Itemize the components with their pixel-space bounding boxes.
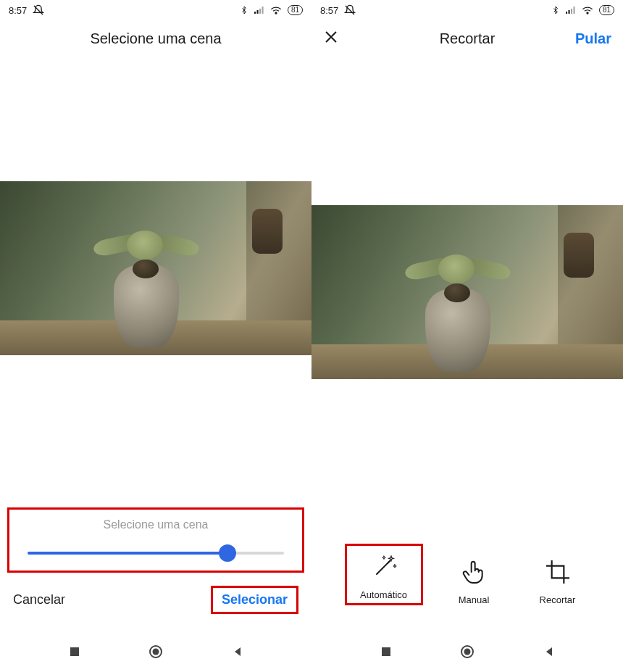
slider-thumb[interactable]	[219, 544, 236, 562]
scene-slider-highlight: Selecione uma cena	[7, 507, 304, 573]
svg-point-21	[464, 649, 471, 655]
system-nav-bar	[0, 634, 312, 672]
svg-point-5	[275, 12, 277, 14]
battery-icon: 81	[599, 5, 614, 15]
svg-point-8	[153, 649, 159, 655]
battery-icon: 81	[288, 5, 303, 15]
status-bar: 8:57 81	[312, 0, 623, 20]
cancel-button[interactable]: Cancelar	[13, 592, 65, 607]
slider-label: Selecione uma cena	[28, 518, 284, 531]
crop-icon	[543, 557, 573, 587]
bluetooth-icon	[240, 5, 248, 15]
svg-rect-10	[566, 12, 567, 14]
tool-label: Recortar	[540, 594, 576, 605]
wifi-icon	[270, 6, 282, 14]
recents-icon[interactable]	[69, 646, 80, 660]
svg-rect-6	[70, 647, 79, 656]
back-icon[interactable]	[543, 646, 555, 660]
magic-wand-icon	[369, 552, 399, 582]
bluetooth-icon	[551, 5, 560, 15]
system-nav-bar	[312, 634, 623, 672]
home-icon[interactable]	[460, 644, 474, 662]
crop-tool[interactable]: Recortar	[525, 557, 590, 605]
svg-rect-19	[382, 647, 390, 656]
tool-label: Manual	[459, 594, 490, 605]
tool-label: Automático	[360, 589, 407, 600]
status-bar: 8:57 81	[0, 0, 312, 20]
scene-preview[interactable]	[0, 181, 312, 355]
svg-rect-1	[254, 12, 256, 14]
auto-tool[interactable]: Automático	[351, 552, 417, 600]
svg-rect-11	[568, 10, 569, 14]
bottom-actions: Cancelar Selecionar	[0, 573, 312, 634]
skip-button[interactable]: Pular	[575, 30, 611, 47]
auto-tool-highlight: Automático	[345, 544, 423, 605]
svg-rect-4	[262, 7, 263, 14]
signal-icon	[254, 6, 264, 14]
svg-rect-13	[573, 7, 574, 14]
back-icon[interactable]	[232, 646, 243, 660]
spacer	[0, 355, 312, 507]
recents-icon[interactable]	[380, 646, 392, 660]
close-icon[interactable]	[323, 29, 339, 48]
signal-icon	[566, 6, 576, 14]
spacer	[0, 57, 312, 181]
left-screen: 8:57 81 Selecione uma cena	[0, 0, 312, 672]
scene-slider[interactable]	[28, 552, 284, 555]
page-title: Recortar	[323, 30, 611, 47]
app-bar: Selecione uma cena	[0, 20, 312, 57]
spacer	[312, 379, 623, 536]
crop-preview[interactable]	[312, 205, 623, 379]
pointer-hand-icon	[459, 557, 489, 587]
do-not-disturb-icon	[344, 4, 356, 16]
svg-rect-2	[256, 10, 258, 14]
home-icon[interactable]	[149, 644, 163, 662]
status-time: 8:57	[320, 5, 338, 16]
right-screen: 8:57 81	[312, 0, 623, 672]
svg-rect-3	[259, 9, 261, 14]
app-bar: Recortar Pular	[312, 20, 623, 57]
manual-tool[interactable]: Manual	[441, 557, 506, 605]
status-time: 8:57	[9, 5, 27, 16]
page-title: Selecione uma cena	[12, 30, 300, 47]
crop-tools: Automático Manual Recortar	[312, 536, 623, 634]
select-button[interactable]: Selecionar	[222, 592, 288, 607]
svg-point-14	[587, 12, 588, 14]
svg-line-18	[388, 561, 390, 563]
select-button-highlight: Selecionar	[211, 586, 298, 614]
spacer	[312, 57, 623, 205]
wifi-icon	[582, 6, 593, 14]
do-not-disturb-icon	[33, 4, 44, 16]
svg-rect-12	[571, 9, 572, 14]
